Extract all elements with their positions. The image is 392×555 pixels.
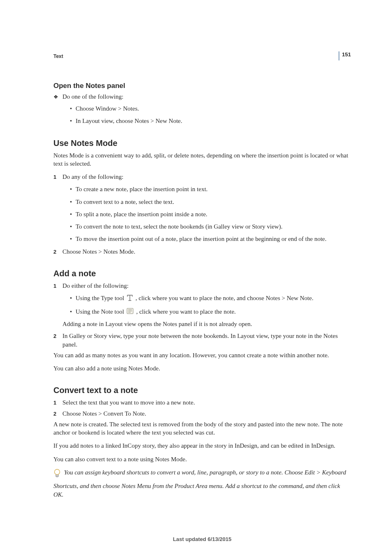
lead-text: Do one of the following:	[62, 93, 123, 100]
add-note-bullets: Using the Type tool , click where you wa…	[53, 294, 351, 317]
running-head: Text	[53, 53, 351, 59]
document-page: 151 Text Open the Notes panel ❖ Do one o…	[0, 0, 392, 555]
open-notes-bullets: Choose Window > Notes. In Layout view, c…	[53, 104, 351, 125]
bullet-text-post: , click where you want to place the note…	[136, 308, 235, 315]
followup-paragraph: Adding a note in Layout view opens the N…	[62, 321, 351, 328]
intro-paragraph: Notes Mode is a convenient way to add, s…	[53, 151, 351, 168]
lead-step: ❖ Do one of the following:	[53, 93, 351, 100]
bullet-item: Using the Type tool , click where you wa…	[70, 294, 351, 303]
lightbulb-icon	[53, 469, 61, 482]
step-row: 2 Choose Notes > Notes Mode.	[53, 247, 351, 256]
step-text: Select the text that you want to move in…	[62, 398, 351, 407]
step-number: 2	[53, 332, 62, 349]
bullet-text-pre: Using the Note tool	[76, 308, 126, 315]
step-row: 2 In Galley or Story view, type your not…	[53, 332, 351, 349]
step-text: Do any of the following:	[62, 173, 351, 181]
body-paragraph: If you add notes to a linked InCopy stor…	[53, 442, 351, 450]
step-row: 2 Choose Notes > Convert To Note.	[53, 409, 351, 418]
page-number: 151	[339, 51, 351, 60]
bullet-item: To convert text to a note, select the te…	[70, 198, 351, 206]
step-number: 2	[53, 247, 62, 256]
page-footer: Last updated 6/13/2015	[53, 536, 351, 542]
body-paragraph: You can also convert text to a note usin…	[53, 455, 351, 463]
bullet-item: In Layout view, choose Notes > New Note.	[70, 117, 351, 125]
step-number: 1	[53, 173, 62, 181]
bullet-item: To convert the note to text, select the …	[70, 222, 351, 231]
step-text: Choose Notes > Notes Mode.	[62, 247, 351, 256]
heading-convert-text: Convert text to a note	[53, 386, 351, 395]
body-paragraph: You can also add a note using Notes Mode…	[53, 364, 351, 372]
bullet-item: Using the Note tool , click where you wa…	[70, 308, 351, 317]
bullet-item: To create a new note, place the insertio…	[70, 185, 351, 193]
step-number: 2	[53, 409, 62, 418]
step-text: Do either of the following:	[62, 282, 351, 290]
note-tool-icon	[127, 308, 134, 317]
type-tool-icon	[127, 294, 133, 303]
step-number: 1	[53, 398, 62, 407]
step-text: In Galley or Story view, type your note …	[62, 332, 351, 349]
tip-text: You can assign keyboard shortcuts to con…	[53, 469, 346, 498]
bullet-item: Choose Window > Notes.	[70, 104, 351, 113]
notes-mode-bullets: To create a new note, place the insertio…	[53, 185, 351, 243]
step-row: 1 Do any of the following:	[53, 173, 351, 181]
bullet-text-post: , click where you want to place the note…	[136, 295, 314, 301]
bullet-item: To move the insertion point out of a not…	[70, 235, 351, 243]
step-number: 1	[53, 282, 62, 290]
heading-open-notes-panel: Open the Notes panel	[53, 82, 351, 90]
tip-block: You can assign keyboard shortcuts to con…	[53, 468, 351, 499]
bullet-item: To split a note, place the insertion poi…	[70, 210, 351, 218]
diamond-bullet-icon: ❖	[53, 93, 62, 100]
body-paragraph: A new note is created. The selected text…	[53, 420, 351, 437]
body-paragraph: You can add as many notes as you want in…	[53, 351, 351, 359]
heading-use-notes-mode: Use Notes Mode	[53, 139, 351, 148]
step-row: 1 Select the text that you want to move …	[53, 398, 351, 407]
step-text: Choose Notes > Convert To Note.	[62, 409, 351, 418]
heading-add-a-note: Add a note	[53, 269, 351, 278]
bullet-text-pre: Using the Type tool	[76, 295, 126, 301]
svg-point-4	[55, 469, 60, 474]
step-row: 1 Do either of the following:	[53, 282, 351, 290]
